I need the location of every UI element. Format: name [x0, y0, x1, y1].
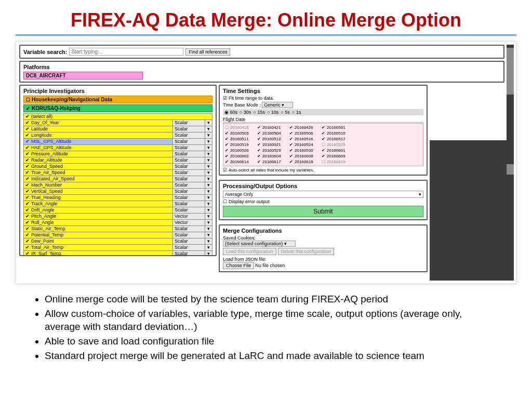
flight-date-item[interactable]: ☐20160525 [322, 142, 354, 148]
chevron-down-icon[interactable]: ▾ [205, 157, 212, 164]
chevron-down-icon[interactable]: ▾ [205, 207, 212, 214]
flight-date-item[interactable]: ✔20160504 [257, 130, 289, 136]
chevron-down-icon[interactable]: ▾ [205, 170, 212, 176]
chevron-down-icon[interactable]: ▾ [205, 251, 212, 257]
select-all-row[interactable]: ✔(select all) [24, 114, 212, 120]
flight-date-item[interactable]: ✔20160530 [289, 148, 322, 153]
variable-row[interactable]: ✔True_HeadingScalar▾ [24, 195, 212, 201]
flight-date-item[interactable]: ☐20160418 [225, 125, 257, 130]
time-scale-option[interactable]: ○ 10s [267, 110, 278, 115]
flight-date-item[interactable]: ✔20160510 [322, 130, 354, 136]
flight-date-item[interactable]: ✔20160519 [225, 142, 257, 148]
variable-row[interactable]: ✔LatitudeScalar▾ [24, 126, 212, 132]
error-output-checkbox[interactable]: ☐ [223, 199, 227, 204]
time-scale-option[interactable]: ○ 1s [292, 110, 301, 115]
time-scale-option[interactable]: ○ 15s [253, 110, 264, 115]
variable-row[interactable]: ✔Pressure_AltitudeScalar▾ [24, 151, 212, 157]
chevron-down-icon[interactable]: ▾ [205, 226, 212, 232]
chevron-down-icon[interactable]: ▾ [205, 132, 212, 139]
variable-row[interactable]: ✔Static_Air_TempScalar▾ [24, 226, 212, 232]
variable-row[interactable]: ✔Mach_NumberScalar▾ [24, 182, 212, 189]
load-config-button[interactable]: Load this configuration [223, 248, 276, 255]
time-base-mode-select[interactable]: Generic ▾ [262, 102, 293, 108]
variable-row[interactable]: ✔HAE_GPS_AltitudeScalar▾ [24, 145, 212, 151]
fit-checkbox[interactable]: ☑ [223, 96, 227, 101]
auto-select-checkbox[interactable]: ☑ [223, 167, 227, 172]
chevron-down-icon[interactable]: ▾ [205, 176, 212, 182]
time-scale-option[interactable]: ○ 5s [281, 110, 289, 115]
variable-row[interactable]: ✔Radar_AltitudeScalar▾ [24, 157, 212, 164]
variable-row[interactable]: ✔Day_Of_YearScalar▾ [24, 120, 212, 126]
chevron-down-icon[interactable]: ▾ [205, 238, 212, 245]
variable-row[interactable]: ✔True_Air_SpeedScalar▾ [24, 170, 212, 176]
variable-row[interactable]: ✔Ground_SpeedScalar▾ [24, 164, 212, 170]
flight-date-item[interactable]: ✔20160608 [289, 153, 322, 159]
scroll-thumb[interactable] [507, 48, 514, 95]
submit-button[interactable]: Submit [223, 206, 423, 217]
flight-date-item[interactable]: ✔20160529 [257, 148, 289, 153]
flight-date-item[interactable]: ✔20160426 [289, 125, 322, 130]
flight-date-item[interactable]: ✔20160421 [257, 125, 289, 130]
choose-file-button[interactable]: Choose File [223, 262, 254, 269]
chevron-down-icon[interactable]: ▾ [205, 195, 212, 201]
flight-date-item[interactable]: ✔20160614 [225, 159, 257, 165]
processing-mode-select[interactable]: Average Only▾ [223, 191, 423, 198]
pi-group-housekeeping[interactable]: ☐Housekeeping/Navigational Data [23, 96, 212, 103]
chevron-down-icon[interactable]: ▾ [205, 220, 212, 226]
flight-date-item[interactable]: ✔20160506 [289, 130, 322, 136]
variable-row[interactable]: ✔Drift_AngleScalar▾ [24, 207, 212, 214]
flight-date-item[interactable]: ☐20160619 [322, 159, 354, 165]
flight-date-item[interactable]: ✔20160516 [289, 136, 322, 142]
chevron-down-icon[interactable]: ▾ [205, 182, 212, 189]
time-scale-option[interactable]: ○ 30s [240, 110, 251, 115]
flight-date-item[interactable]: ✔20160517 [322, 136, 354, 142]
flight-date-item[interactable]: ✔20160617 [257, 159, 289, 165]
chevron-down-icon[interactable]: ▾ [205, 245, 212, 251]
find-references-button[interactable]: Find all references [185, 48, 230, 56]
variable-row[interactable]: ✔Pitch_AngleVector▾ [24, 214, 212, 220]
variable-row[interactable]: ✔Track_AngleScalar▾ [24, 201, 212, 207]
saved-config-select[interactable]: (Select saved configuration) ▾ [223, 241, 296, 247]
time-scale-option[interactable]: ◉ 60s [224, 110, 237, 115]
flight-date-item[interactable]: ✔20160601 [322, 148, 354, 153]
variable-row[interactable]: ✔Indicated_Air_SpeedScalar▾ [24, 176, 212, 182]
delete-config-button[interactable]: Delete this configuration [278, 248, 335, 255]
variable-row[interactable]: ✔Roll_AngleVector▾ [24, 220, 212, 226]
platform-chip[interactable]: DC8_AIRCRAFT [23, 72, 143, 79]
search-label: Variable search: [23, 49, 67, 55]
variable-row[interactable]: ✔Dew_PointScalar▾ [24, 238, 212, 245]
variable-search-input[interactable] [69, 48, 183, 56]
variable-row[interactable]: ✔Total_Air_TempScalar▾ [24, 245, 212, 251]
chevron-down-icon[interactable]: ▾ [205, 145, 212, 151]
flight-date-item[interactable]: ✔20160511 [225, 136, 257, 142]
chevron-down-icon[interactable]: ▾ [205, 214, 212, 220]
flight-date-item[interactable]: ✔20160501 [322, 125, 354, 130]
checkbox-icon: ✔ [26, 106, 30, 111]
chevron-down-icon[interactable]: ▾ [205, 232, 212, 238]
variable-row[interactable]: ✔IR_Surf_TempScalar▾ [24, 251, 212, 257]
flight-date-item[interactable]: ✔20160503 [225, 130, 257, 136]
flight-date-item[interactable]: ✔20160602 [225, 153, 257, 159]
flight-date-item[interactable]: ✔20160521 [257, 142, 289, 148]
flight-date-item[interactable]: ✔20160604 [257, 153, 289, 159]
scroll-thumb[interactable] [507, 164, 514, 175]
pi-group-korusaq[interactable]: ✔KORUSAQ-Hskping [23, 104, 212, 112]
auto-select-label: Auto-select all dates that include my va… [229, 168, 314, 172]
chevron-down-icon[interactable]: ▾ [205, 151, 212, 157]
flight-date-item[interactable]: ✔20160524 [289, 142, 322, 148]
variable-row[interactable]: ✔LongitudeScalar▾ [24, 132, 212, 139]
chevron-down-icon[interactable]: ▾ [205, 139, 212, 145]
vertical-scrollbar[interactable] [507, 45, 514, 281]
chevron-down-icon[interactable]: ▾ [205, 164, 212, 170]
variable-row[interactable]: ✔Potential_TempScalar▾ [24, 232, 212, 238]
flight-date-item[interactable]: ✔20160618 [289, 159, 322, 165]
flight-date-item[interactable]: ✔20160526 [225, 148, 257, 153]
chevron-down-icon[interactable]: ▾ [205, 126, 212, 132]
flight-date-item[interactable]: ✔20160512 [257, 136, 289, 142]
chevron-down-icon[interactable]: ▾ [205, 201, 212, 207]
chevron-down-icon[interactable]: ▾ [205, 120, 212, 126]
chevron-down-icon[interactable]: ▾ [205, 189, 212, 195]
variable-row[interactable]: ✔MSL_GPS_AltitudeScalar▾ [24, 139, 212, 145]
flight-date-item[interactable]: ✔20160609 [322, 153, 354, 159]
variable-row[interactable]: ✔Vertical_SpeedScalar▾ [24, 189, 212, 195]
